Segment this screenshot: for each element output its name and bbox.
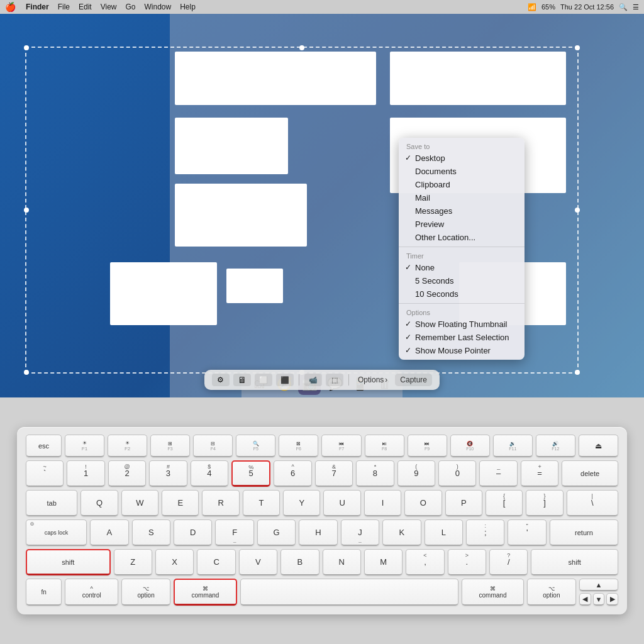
menu-view[interactable]: View <box>101 3 117 11</box>
key-i[interactable]: I <box>364 490 401 516</box>
key-period[interactable]: > . <box>448 549 486 575</box>
key-comma[interactable]: < , <box>406 549 444 575</box>
menu-go[interactable]: Go <box>126 3 136 11</box>
menu-timer-none[interactable]: None <box>399 261 525 274</box>
key-f8[interactable]: ⏯F8 <box>365 435 404 457</box>
key-f[interactable]: F_ <box>215 519 253 546</box>
handle-bottom-right[interactable] <box>575 370 580 375</box>
key-option-right[interactable]: ⌥ option <box>527 579 576 606</box>
key-lbracket[interactable]: { [ <box>486 490 523 516</box>
key-space[interactable] <box>240 579 458 606</box>
key-7[interactable]: & 7 <box>315 460 353 487</box>
key-8[interactable]: * 8 <box>356 460 394 487</box>
key-shift-left[interactable]: shift <box>26 549 111 575</box>
control-center-icon[interactable]: ☰ <box>633 3 639 11</box>
key-t[interactable]: T <box>243 490 280 516</box>
handle-top-center[interactable] <box>299 45 304 50</box>
key-x[interactable]: X <box>155 549 194 575</box>
key-y[interactable]: Y <box>283 490 320 516</box>
key-u[interactable]: U <box>323 490 360 516</box>
menu-window[interactable]: Window <box>145 3 172 11</box>
key-l[interactable]: L <box>425 519 463 546</box>
key-quote[interactable]: " ' <box>508 519 546 546</box>
key-w[interactable]: W <box>121 490 158 516</box>
toolbar-icon-video[interactable]: 📹 <box>304 374 322 386</box>
key-tab[interactable]: tab <box>26 490 77 516</box>
key-o[interactable]: O <box>404 490 441 516</box>
key-f3[interactable]: ⊞F3 <box>150 435 190 457</box>
key-6[interactable]: ^ 6 <box>274 460 311 487</box>
handle-mid-left[interactable] <box>24 208 29 213</box>
search-icon[interactable]: 🔍 <box>619 3 628 11</box>
handle-bottom-left[interactable] <box>24 370 29 375</box>
key-esc[interactable]: esc <box>26 435 62 457</box>
menu-preview[interactable]: Preview <box>399 218 525 231</box>
menu-messages[interactable]: Messages <box>399 204 525 218</box>
key-arrow-left[interactable]: ◀ <box>579 593 591 606</box>
key-minus[interactable]: _ – <box>479 460 517 487</box>
menu-show-pointer[interactable]: Show Mouse Pointer <box>399 344 525 357</box>
key-f4[interactable]: ⊟F4 <box>193 435 233 457</box>
key-f6[interactable]: ⊠F6 <box>279 435 318 457</box>
key-option-left[interactable]: ⌥ option <box>121 579 170 606</box>
key-backtick[interactable]: ~ ` <box>26 460 64 487</box>
key-k[interactable]: K <box>382 519 421 546</box>
key-f1[interactable]: ☀F1 <box>65 435 104 457</box>
key-s[interactable]: S <box>132 519 170 546</box>
toolbar-icon-selection[interactable]: ⬛ <box>276 374 294 386</box>
key-shift-right[interactable]: shift <box>531 549 618 575</box>
menu-help[interactable]: Help <box>180 3 196 11</box>
menu-clipboard[interactable]: Clipboard <box>399 178 525 191</box>
key-a[interactable]: A <box>90 519 128 546</box>
key-command-right[interactable]: ⌘ command <box>462 579 524 606</box>
key-v[interactable]: V <box>239 549 277 575</box>
key-slash[interactable]: ? / <box>489 549 528 575</box>
menu-documents[interactable]: Documents <box>399 165 525 178</box>
menu-timer-10s[interactable]: 10 Seconds <box>399 287 525 301</box>
key-n[interactable]: N <box>323 549 361 575</box>
key-c[interactable]: C <box>197 549 235 575</box>
key-m[interactable]: M <box>364 549 402 575</box>
key-f2[interactable]: ☀F2 <box>108 435 147 457</box>
key-d[interactable]: D <box>174 519 212 546</box>
menu-mail[interactable]: Mail <box>399 191 525 204</box>
key-h[interactable]: H <box>299 519 337 546</box>
key-backslash[interactable]: | \ <box>567 490 618 516</box>
key-arrow-up[interactable]: ▲ <box>579 579 618 591</box>
handle-mid-right[interactable] <box>575 208 580 213</box>
menu-finder[interactable]: Finder <box>26 3 49 11</box>
handle-top-right[interactable] <box>575 45 580 50</box>
key-rbracket[interactable]: } ] <box>526 490 563 516</box>
key-arrow-right[interactable]: ▶ <box>606 593 618 606</box>
key-capslock[interactable]: caps lock <box>26 519 87 546</box>
key-f9[interactable]: ⏭F9 <box>408 435 447 457</box>
menu-timer-5s[interactable]: 5 Seconds <box>399 274 525 287</box>
menu-remember-selection[interactable]: Remember Last Selection <box>399 331 525 344</box>
key-j[interactable]: J_ <box>341 519 379 546</box>
key-equals[interactable]: + = <box>521 460 558 487</box>
menu-other-location[interactable]: Other Location... <box>399 231 525 244</box>
key-r[interactable]: R <box>202 490 239 516</box>
options-button[interactable]: Options › <box>354 374 391 386</box>
toolbar-icon-gear[interactable]: ⚙ <box>212 374 230 386</box>
toolbar-icon-record[interactable]: ⬚ <box>326 374 343 386</box>
key-p[interactable]: P <box>445 490 482 516</box>
key-9[interactable]: ( 9 <box>397 460 435 487</box>
menu-floating-thumbnail[interactable]: Show Floating Thumbnail <box>399 318 525 331</box>
key-f5[interactable]: 🔍F5 <box>236 435 275 457</box>
key-return[interactable]: return <box>550 519 618 546</box>
key-arrow-down[interactable]: ▼ <box>593 593 605 606</box>
key-b[interactable]: B <box>280 549 319 575</box>
key-semicolon[interactable]: : ; <box>466 519 504 546</box>
key-delete[interactable]: delete <box>562 460 618 487</box>
key-f11[interactable]: 🔉F11 <box>493 435 533 457</box>
key-eject[interactable]: ⏏ <box>579 435 618 457</box>
key-5[interactable]: % 5 <box>231 460 270 487</box>
key-f7[interactable]: ⏮F7 <box>321 435 361 457</box>
toolbar-icon-screen[interactable]: 🖥 <box>233 374 251 386</box>
key-f10[interactable]: 🔇F10 <box>450 435 490 457</box>
key-fn[interactable]: fn <box>26 579 62 606</box>
menu-desktop[interactable]: Desktop <box>399 152 525 165</box>
handle-top-left[interactable] <box>24 45 29 50</box>
toolbar-icon-window[interactable]: ⬜ <box>255 374 272 386</box>
